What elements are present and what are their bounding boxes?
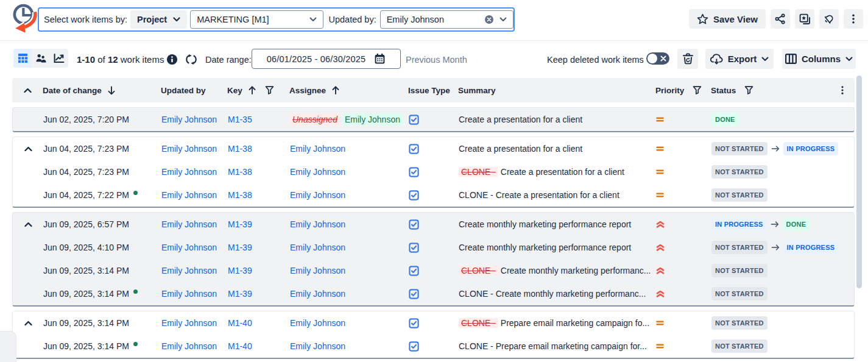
header-summary[interactable]: Summary	[458, 86, 655, 95]
saved-views-button[interactable]	[795, 9, 814, 29]
filter-funnel-icon[interactable]	[265, 86, 274, 94]
export-button[interactable]: Export	[705, 49, 774, 69]
work-item-key-link[interactable]: M1-40	[228, 341, 252, 351]
trash-button[interactable]	[677, 49, 698, 69]
app-logo-history-clock-icon	[11, 2, 38, 33]
header-issue-type[interactable]: Issue Type	[408, 86, 458, 95]
priority-medium-icon	[656, 117, 664, 122]
share-button[interactable]	[771, 9, 790, 29]
header-status[interactable]: Status	[711, 86, 838, 95]
transition-arrow-icon	[771, 221, 779, 228]
assignee-link[interactable]: Emily Johnson	[290, 219, 345, 229]
summary-text: Create monthly marketing performance rep…	[459, 243, 631, 252]
updated-by-link[interactable]: Emily Johnson	[161, 144, 217, 154]
previous-month-link[interactable]: Previous Month	[406, 41, 467, 78]
row-date: Jun 09, 2025, 3:14 PM	[43, 289, 129, 299]
table-row: Jun 04, 2025, 7:23 PMEmily JohnsonM1-38E…	[13, 137, 854, 160]
updated-by-link[interactable]: Emily Johnson	[161, 341, 217, 351]
project-select[interactable]: MARKETING [M1]	[190, 10, 323, 29]
header-date-of-change[interactable]: Date of change	[43, 86, 161, 95]
updated-by-link[interactable]: Emily Johnson	[161, 167, 217, 177]
info-icon	[166, 54, 178, 65]
starred-pages-icon	[799, 13, 811, 25]
row-date: Jun 09, 2025, 3:14 PM	[43, 341, 129, 351]
assignee-link[interactable]: Emily Johnson	[290, 190, 345, 200]
updated-by-link[interactable]: Emily Johnson	[161, 289, 217, 299]
status-badge: NOT STARTED	[711, 287, 767, 300]
updated-by-link[interactable]: Emily Johnson	[161, 243, 217, 252]
filter-funnel-icon[interactable]	[693, 86, 702, 94]
refresh-button[interactable]	[185, 41, 197, 78]
table-row: Jun 04, 2025, 7:23 PMEmily JohnsonM1-38E…	[13, 160, 854, 183]
work-item-key-link[interactable]: M1-35	[228, 115, 252, 124]
assignee-link[interactable]: Emily Johnson	[290, 266, 345, 275]
row-date: Jun 09, 2025, 3:14 PM	[43, 318, 129, 328]
collapse-all-button[interactable]	[24, 88, 32, 93]
sort-asc-icon[interactable]	[331, 86, 340, 95]
header-key[interactable]: Key	[227, 86, 289, 95]
info-button[interactable]	[166, 41, 178, 78]
priority-highest-icon	[656, 221, 665, 228]
collapse-group-button[interactable]	[24, 146, 32, 152]
header-priority[interactable]: Priority	[655, 86, 711, 95]
sort-desc-icon[interactable]	[107, 86, 116, 95]
summary-removed-text: CLONE -	[459, 167, 498, 177]
row-date: Jun 02, 2025, 7:20 PM	[43, 115, 129, 124]
work-item-key-link[interactable]: M1-39	[228, 243, 252, 252]
updated-by-link[interactable]: Emily Johnson	[161, 115, 217, 124]
keep-deleted-toggle[interactable]	[646, 52, 669, 65]
chart-view-tab[interactable]	[50, 49, 68, 68]
updated-by-link[interactable]: Emily Johnson	[161, 266, 217, 275]
assignee-link[interactable]: Emily Johnson	[290, 318, 345, 328]
assignee-link[interactable]: Emily Johnson	[290, 167, 345, 177]
work-item-group: Jun 02, 2025, 7:20 PMEmily JohnsonM1-35U…	[12, 107, 855, 132]
summary-text: CLONE - Create monthly marketing perform…	[459, 289, 646, 299]
header-updated-by[interactable]: Updated by	[161, 86, 227, 95]
task-issue-type-icon	[409, 219, 419, 230]
notifications-button[interactable]	[819, 9, 839, 29]
updated-by-link[interactable]: Emily Johnson	[161, 190, 217, 200]
toggle-knob	[647, 54, 657, 63]
assignee-link[interactable]: Emily Johnson	[290, 289, 345, 299]
collapse-group-button[interactable]	[24, 222, 32, 227]
header-more-button[interactable]	[838, 85, 855, 95]
more-actions-button[interactable]	[844, 9, 863, 29]
date-range-input[interactable]: 06/01/2025 - 06/30/2025	[252, 49, 401, 69]
chevron-up-icon	[24, 88, 32, 93]
work-item-key-link[interactable]: M1-39	[228, 266, 252, 275]
filter-funnel-icon[interactable]	[744, 86, 753, 94]
table-view-tab[interactable]	[13, 49, 32, 68]
sort-asc-icon[interactable]	[248, 86, 256, 95]
people-view-tab[interactable]	[32, 49, 50, 68]
task-issue-type-icon	[409, 167, 419, 177]
priority-medium-icon	[656, 146, 664, 151]
assignee-link[interactable]: Emily Johnson	[290, 144, 345, 154]
view-switcher	[13, 49, 68, 68]
filter-type-select[interactable]: Project	[130, 10, 187, 29]
work-item-key-link[interactable]: M1-39	[228, 219, 252, 229]
collapse-group-button[interactable]	[24, 321, 32, 326]
work-item-key-link[interactable]: M1-40	[228, 318, 252, 328]
assignee-link[interactable]: Emily Johnson	[290, 243, 345, 252]
transition-arrow-icon	[771, 244, 780, 251]
work-item-key-link[interactable]: M1-38	[228, 190, 252, 200]
columns-button[interactable]: Columns	[782, 49, 856, 69]
table-row: Jun 09, 2025, 3:14 PMEmily JohnsonM1-39E…	[13, 259, 854, 282]
summary-text: Create monthly marketing performance rep…	[459, 219, 631, 229]
work-item-key-link[interactable]: M1-39	[228, 289, 252, 299]
task-issue-type-icon	[409, 243, 419, 253]
clear-filter-icon[interactable]	[484, 15, 494, 24]
updated-by-select[interactable]: Emily Johnson	[380, 10, 513, 29]
summary-text: Create a presentation for a client	[459, 144, 582, 154]
toggle-cross-icon	[660, 55, 667, 62]
chart-view-icon	[54, 53, 65, 63]
work-item-key-link[interactable]: M1-38	[228, 167, 252, 177]
header-assignee[interactable]: Assignee	[289, 86, 408, 95]
updated-by-link[interactable]: Emily Johnson	[161, 318, 217, 328]
filter-label: Select work items by:	[44, 15, 127, 24]
updated-by-link[interactable]: Emily Johnson	[161, 219, 217, 229]
save-view-button[interactable]: Save View	[689, 9, 766, 29]
assignee-link[interactable]: Emily Johnson	[290, 341, 345, 351]
vertical-scrollbar-thumb[interactable]	[856, 76, 862, 288]
work-item-key-link[interactable]: M1-38	[228, 144, 252, 154]
